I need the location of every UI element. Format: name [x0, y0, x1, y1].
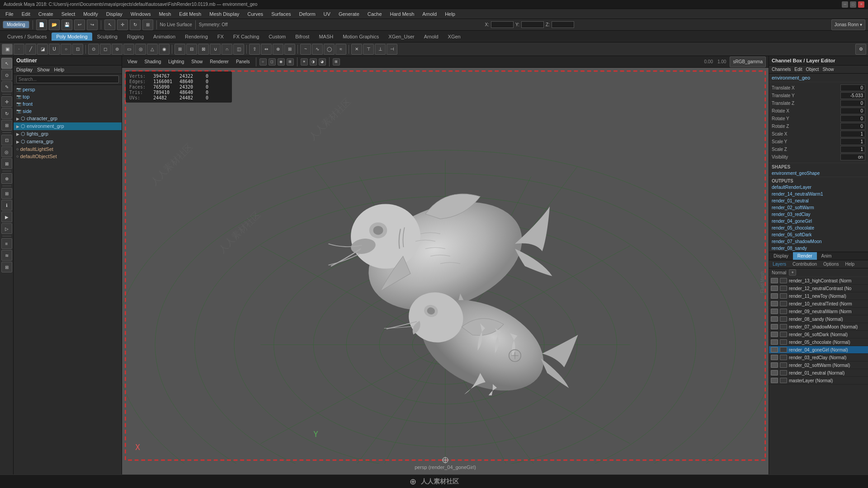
menu-edit[interactable]: Edit	[18, 10, 34, 18]
cb-menu-channels[interactable]: Channels	[772, 67, 791, 72]
tab-rigging[interactable]: Rigging	[123, 33, 148, 41]
relax-btn[interactable]: ∿	[312, 44, 323, 55]
menu-windows[interactable]: Windows	[127, 10, 155, 18]
viewport-canvas[interactable]: Verts: 394767 24322 0 Edges: 1166001 486…	[122, 68, 769, 474]
fill-hole-btn[interactable]: ⊕	[273, 44, 283, 55]
paint-select-tool[interactable]: ✎	[1, 81, 12, 92]
poly-plane-btn[interactable]: ▭	[123, 44, 134, 55]
universal-manip[interactable]: ⊡	[1, 135, 12, 145]
component-select-btn[interactable]: ⊡	[72, 44, 83, 55]
outliner-search-input[interactable]	[16, 75, 119, 83]
outliner-item-persp[interactable]: 📷 persp	[14, 86, 122, 93]
scale-tool-left[interactable]: ⊞	[1, 120, 12, 131]
bridge-btn[interactable]: ⇔	[261, 44, 272, 55]
menu-deform[interactable]: Deform	[296, 10, 319, 18]
outliner-item-default-light-set[interactable]: ○ defaultLightSet	[14, 145, 122, 153]
soft-mod[interactable]: ◎	[1, 146, 12, 157]
tab-custom[interactable]: Custom	[264, 33, 290, 41]
vp-lights-btn[interactable]: ☀	[301, 58, 308, 66]
append-poly-btn[interactable]: ⊞	[284, 44, 295, 55]
le-layer-master[interactable]: masterLayer (Normal)	[769, 377, 868, 385]
cb-output-render01[interactable]: render_01_neutral	[769, 197, 868, 204]
uv-select-btn[interactable]: U	[49, 44, 60, 55]
obj-select-btn[interactable]: ○	[61, 44, 71, 55]
menu-mesh[interactable]: Mesh	[155, 10, 175, 18]
poly-cylinder-btn[interactable]: ⊚	[112, 44, 123, 55]
cb-translate-x-value[interactable]: 0	[840, 84, 865, 91]
info-btn[interactable]: ℹ	[1, 200, 12, 211]
edge-select-btn[interactable]: ╱	[25, 44, 36, 55]
menu-cache[interactable]: Cache	[364, 10, 386, 18]
undo-btn[interactable]: ↩	[74, 19, 85, 30]
menu-mesh-display[interactable]: Mesh Display	[206, 10, 243, 18]
select-mode-btn[interactable]: ▣	[2, 44, 13, 55]
display-layer-btn[interactable]: ≡	[1, 238, 12, 249]
lasso-tool[interactable]: ⊙	[1, 70, 12, 80]
menu-create[interactable]: Create	[35, 10, 57, 18]
le-layer-render01[interactable]: render_01_neutral (Normal)	[769, 369, 868, 377]
menu-file[interactable]: File	[2, 10, 17, 18]
menu-uv[interactable]: UV	[320, 10, 334, 18]
move-tool-left[interactable]: ✛	[1, 96, 12, 107]
axis-y-input[interactable]	[521, 21, 544, 28]
save-scene-btn[interactable]: 💾	[61, 19, 72, 30]
menu-surfaces[interactable]: Surfaces	[268, 10, 294, 18]
cb-rotate-x-value[interactable]: 0	[840, 108, 865, 114]
le-layer-render12[interactable]: render_12_neutralContrast (No	[769, 285, 868, 292]
tab-fx-caching[interactable]: FX Caching	[229, 33, 264, 41]
render-btn[interactable]: ▶	[1, 211, 12, 222]
show-manip[interactable]: ⊕	[1, 173, 12, 184]
split-btn[interactable]: ⊥	[375, 44, 386, 55]
cb-visibility-value[interactable]: on	[840, 154, 865, 160]
cb-menu-show[interactable]: Show	[822, 67, 834, 72]
crease-btn[interactable]: ≈	[335, 44, 346, 55]
tab-rendering[interactable]: Rendering	[180, 33, 212, 41]
outliner-item-front[interactable]: 📷 front	[14, 100, 122, 108]
close-button[interactable]: ✕	[858, 1, 864, 8]
outliner-item-char-grp[interactable]: ▶ ⬡ character_grp	[14, 115, 122, 122]
le-layer-render09[interactable]: render_09_neutralWarm (Norm	[769, 308, 868, 315]
select-tool[interactable]: ↖	[1, 58, 12, 69]
menu-generate[interactable]: Generate	[335, 10, 363, 18]
outliner-item-camera-grp[interactable]: ▶ ⬡ camera_grp	[14, 138, 122, 145]
menu-select[interactable]: Select	[58, 10, 79, 18]
loop-cut-btn[interactable]: ⊣	[387, 44, 397, 55]
poly-cube-btn[interactable]: ◻	[100, 44, 111, 55]
vp-textured-btn[interactable]: ⊞	[287, 58, 294, 66]
cb-scale-y-value[interactable]: 1	[840, 138, 865, 145]
cb-menu-object[interactable]: Object	[806, 67, 819, 72]
delete-edge-btn[interactable]: ✕	[351, 44, 362, 55]
outliner-menu-show[interactable]: Show	[37, 67, 50, 72]
vp-select-mask-btn[interactable]: ○	[259, 58, 267, 66]
vp-show-menu[interactable]: Show	[189, 59, 205, 65]
scale-tool-btn[interactable]: ⊞	[142, 19, 153, 30]
outliner-menu-help[interactable]: Help	[54, 67, 65, 72]
vp-grid-btn[interactable]: ⊞	[333, 58, 340, 66]
snap-btn[interactable]: ⊞	[1, 188, 12, 199]
menu-hard-mesh[interactable]: Hard Mesh	[387, 10, 418, 18]
tab-poly-modeling[interactable]: Poly Modeling	[52, 33, 92, 41]
outliner-item-top[interactable]: 📷 top	[14, 93, 122, 100]
cb-scale-z-value[interactable]: 1	[840, 146, 865, 153]
vp-renderer-menu[interactable]: Renderer	[207, 59, 231, 65]
vp-wireframe-btn[interactable]: ◻	[269, 58, 276, 66]
vp-shadow-btn[interactable]: ◑	[310, 58, 317, 66]
cb-output-render07[interactable]: render_07_shadowMoon	[769, 238, 868, 245]
minimize-button[interactable]: ─	[842, 1, 848, 8]
cb-rotate-y-value[interactable]: 0	[840, 115, 865, 122]
vp-panels-menu[interactable]: Panels	[233, 59, 253, 65]
user-menu-btn[interactable]: Jonas Ronn ▾	[831, 19, 865, 30]
cb-scale-x-value[interactable]: 1	[840, 131, 865, 137]
poly-sphere-btn[interactable]: ⊙	[88, 44, 99, 55]
tab-sculpting[interactable]: Sculpting	[93, 33, 122, 41]
outliner-menu-display[interactable]: Display	[16, 67, 33, 72]
cb-output-render14[interactable]: render_14_neutralWarm1	[769, 191, 868, 197]
bool-union-btn[interactable]: ∪	[210, 44, 221, 55]
move-tool-btn[interactable]: ✛	[117, 19, 128, 30]
tab-arnold[interactable]: Arnold	[420, 33, 443, 41]
cb-output-render03[interactable]: render_03_redClay	[769, 211, 868, 218]
axis-x-input[interactable]	[491, 21, 514, 28]
le-subtab-layers[interactable]: Layers	[771, 261, 788, 267]
cb-output-render04[interactable]: render_04_goneGirl	[769, 218, 868, 225]
mode-dropdown[interactable]: Modeling	[3, 21, 29, 28]
